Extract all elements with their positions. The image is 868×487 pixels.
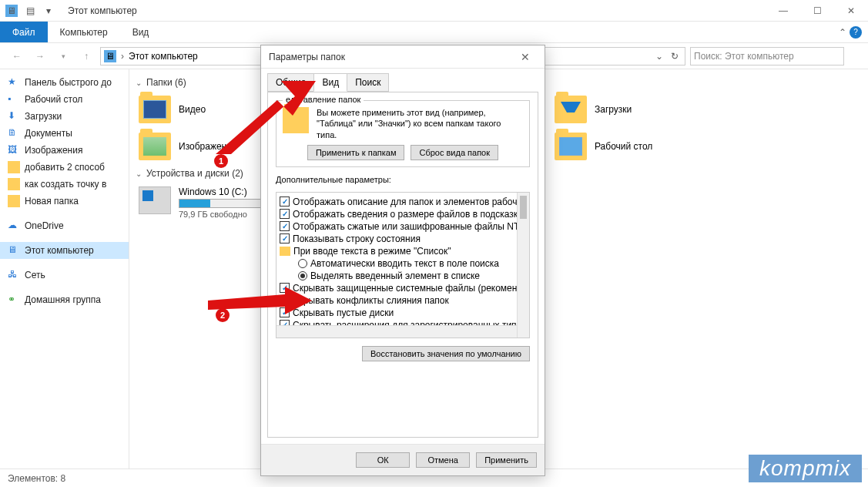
nav-recent-icon[interactable]: ▾ — [54, 47, 72, 65]
dialog-title: Параметры папок — [269, 52, 345, 62]
sidebar-item-documents[interactable]: 🗎Документы — [0, 125, 129, 142]
tree-item[interactable]: Скрывать пустые диски — [278, 307, 528, 319]
sidebar-onedrive[interactable]: ☁OneDrive — [0, 217, 129, 234]
folder-icon — [283, 107, 309, 133]
reset-folders-button[interactable]: Сброс вида папок — [411, 145, 498, 160]
group-description: Вы можете применить этот вид (например, … — [317, 107, 523, 140]
thispc-icon: 🖥 — [104, 50, 116, 62]
ribbon-tabs: Файл Компьютер Вид ⌃ ? — [0, 22, 868, 43]
address-path: Этот компьютер — [129, 51, 198, 62]
sidebar-item-folder[interactable]: Новая папка — [0, 193, 129, 210]
dialog-close-button[interactable]: ✕ — [514, 51, 537, 63]
ribbon-expand-icon[interactable]: ⌃ — [839, 27, 846, 38]
qat-properties-icon[interactable]: ▤ — [22, 2, 39, 19]
sidebar-this-pc[interactable]: 🖥Этот компьютер — [0, 242, 129, 259]
tree-item[interactable]: Отображать сведения о размере файлов в п… — [278, 208, 528, 220]
checkbox-icon[interactable] — [280, 196, 290, 207]
watermark: kompmix — [749, 455, 862, 482]
scrollbar-horizontal[interactable] — [276, 325, 517, 338]
tree-item[interactable]: Скрывать защищенные системные файлы (рек… — [278, 282, 528, 294]
window-title: Этот компьютер — [68, 5, 137, 16]
checkbox-icon[interactable] — [280, 209, 290, 219]
annotation-badge-1: 1 — [214, 154, 228, 168]
folder-icon — [280, 247, 290, 256]
folder-options-dialog: Параметры папок ✕ Общие Вид Поиск едстав… — [260, 45, 545, 476]
tab-computer[interactable]: Компьютер — [48, 22, 120, 42]
ok-button[interactable]: ОК — [356, 452, 410, 468]
nav-forward-button[interactable]: → — [31, 47, 49, 65]
tree-item-label: При вводе текста в режиме "Список" — [293, 246, 451, 257]
tree-item[interactable]: Отображать сжатые или зашифрованные файл… — [278, 220, 528, 233]
checkbox-icon[interactable] — [280, 307, 290, 317]
tree-item-label: Скрывать пустые диски — [293, 307, 394, 318]
advanced-settings-tree[interactable]: Отображать описание для папок и элементо… — [276, 192, 530, 338]
apply-to-folders-button[interactable]: Применить к папкам — [307, 145, 405, 160]
chevron-down-icon: ⌄ — [136, 79, 142, 87]
address-dropdown-icon[interactable]: ⌄ — [655, 51, 663, 62]
tab-view[interactable]: Вид — [313, 73, 347, 92]
help-icon[interactable]: ? — [850, 26, 862, 39]
tree-item-label: Автоматически вводить текст в поле поиск… — [310, 258, 499, 269]
dialog-footer: ОК Отмена Применить — [261, 444, 545, 475]
window-titlebar: 🖥 ▤ ▾ Этот компьютер — ☐ ✕ — [0, 0, 868, 22]
status-item-count: Элементов: 8 — [8, 473, 65, 484]
qat-overflow-icon[interactable]: ▾ — [40, 2, 57, 19]
annotation-badge-2: 2 — [216, 308, 230, 322]
folder-views-group: едставление папок Вы можете применить эт… — [276, 100, 530, 167]
folder-desktop[interactable]: Рабочий стол — [551, 128, 752, 165]
checkbox-icon[interactable] — [280, 295, 290, 305]
folder-downloads[interactable]: Загрузки — [551, 91, 752, 128]
sidebar-quick-access[interactable]: ★Панель быстрого до — [0, 74, 129, 91]
tree-item[interactable]: Скрывать конфликты слияния папок — [278, 294, 528, 307]
radio-icon[interactable] — [298, 259, 307, 268]
checkbox-icon[interactable] — [280, 283, 290, 293]
tree-item[interactable]: Автоматически вводить текст в поле поиск… — [278, 257, 528, 270]
tab-file[interactable]: Файл — [0, 22, 48, 42]
sidebar-network[interactable]: 🖧Сеть — [0, 267, 129, 284]
sidebar-item-desktop[interactable]: ▪Рабочий стол — [0, 91, 129, 108]
tree-item-label: Показывать строку состояния — [293, 233, 421, 244]
restore-defaults-button[interactable]: Восстановить значения по умолчанию — [362, 346, 530, 361]
tree-item-label: Отображать сжатые или зашифрованные файл… — [293, 221, 525, 232]
dialog-titlebar[interactable]: Параметры папок ✕ — [261, 45, 545, 69]
sidebar-item-downloads[interactable]: ⬇Загрузки — [0, 108, 129, 125]
sidebar-label: Панель быстрого до — [25, 77, 112, 88]
minimize-button[interactable]: — — [766, 0, 800, 22]
dialog-tabs: Общие Вид Поиск — [261, 73, 545, 92]
refresh-button[interactable]: ↻ — [668, 51, 682, 62]
group-title: едставление папок — [283, 95, 364, 104]
tree-item-label: Выделять введенный элемент в списке — [310, 270, 480, 281]
thispc-qat-icon[interactable]: 🖥 — [3, 2, 20, 19]
tree-item[interactable]: Отображать описание для папок и элементо… — [278, 196, 528, 208]
tree-item[interactable]: При вводе текста в режиме "Список" — [278, 245, 528, 257]
apply-button[interactable]: Применить — [476, 452, 537, 468]
sidebar-item-pictures[interactable]: 🖼Изображения — [0, 142, 129, 159]
tree-item-label: Отображать описание для папок и элементо… — [293, 196, 522, 207]
tab-view[interactable]: Вид — [120, 22, 162, 42]
maximize-button[interactable]: ☐ — [800, 0, 834, 22]
chevron-down-icon: ⌄ — [136, 170, 142, 178]
sidebar-item-folder[interactable]: добавить 2 способ — [0, 159, 129, 176]
sidebar-homegroup[interactable]: ⚭Домашняя группа — [0, 291, 129, 308]
close-button[interactable]: ✕ — [834, 0, 868, 22]
tree-item[interactable]: Выделять введенный элемент в списке — [278, 270, 528, 282]
checkbox-icon[interactable] — [280, 221, 290, 231]
drive-icon — [139, 186, 171, 214]
scrollbar-vertical[interactable] — [517, 193, 529, 338]
search-placeholder: Поиск: Этот компьютер — [694, 51, 794, 62]
tree-item-label: Скрывать конфликты слияния папок — [293, 295, 449, 306]
sidebar-item-folder[interactable]: как создать точку в — [0, 176, 129, 193]
navigation-pane: ★Панель быстрого до ▪Рабочий стол ⬇Загру… — [0, 69, 129, 485]
advanced-settings-label: Дополнительные параметры: — [276, 175, 530, 184]
search-input[interactable]: Поиск: Этот компьютер — [690, 47, 844, 65]
tab-general[interactable]: Общие — [267, 73, 314, 92]
nav-back-button[interactable]: ← — [8, 47, 26, 65]
tab-search[interactable]: Поиск — [347, 73, 389, 92]
radio-icon[interactable] — [298, 271, 307, 280]
checkbox-icon[interactable] — [280, 233, 290, 244]
tree-item-label: Скрывать защищенные системные файлы (рек… — [293, 283, 517, 294]
tree-item-label: Отображать сведения о размере файлов в п… — [293, 209, 518, 220]
tree-item[interactable]: Показывать строку состояния — [278, 233, 528, 245]
nav-up-button[interactable]: ↑ — [77, 47, 96, 65]
cancel-button[interactable]: Отмена — [416, 452, 470, 468]
